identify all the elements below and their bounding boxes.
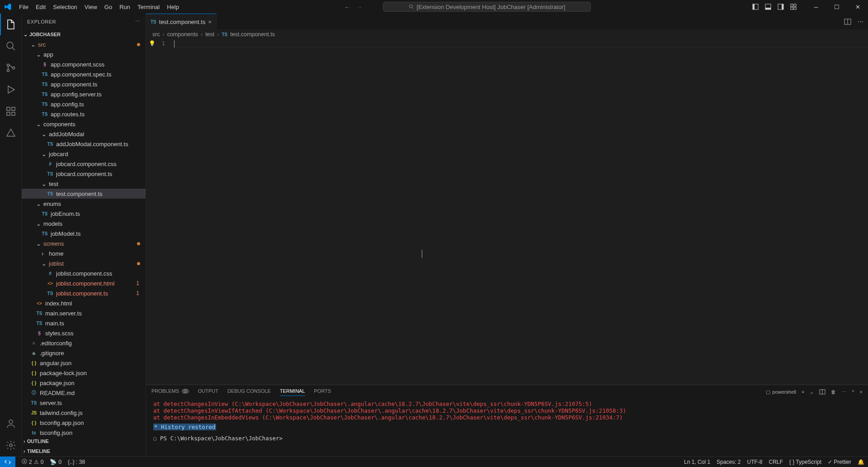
section-timeline[interactable]: ›TIMELINE [22,446,146,456]
close-icon[interactable]: × [208,19,212,25]
tab-more-icon[interactable]: ⋯ [858,18,863,25]
tree-folder[interactable]: ⌄screens [22,238,146,248]
status-json[interactable]: {..} : 38 [68,459,85,465]
panel-tab-debug[interactable]: DEBUG CONSOLE [227,388,271,396]
panel-max-icon[interactable]: ^ [852,389,854,395]
editor-body[interactable]: 💡 1 [146,39,868,385]
lightbulb-icon[interactable]: 💡 [149,40,156,47]
panel-more-icon[interactable]: ⋯ [841,389,846,395]
close-button[interactable]: ✕ [847,0,868,14]
tree-file[interactable]: <>joblist.component.html1 [22,278,146,288]
status-prettier[interactable]: ✓ Prettier [828,459,851,465]
tree-file[interactable]: ◈.gitignore [22,348,146,358]
tree-file[interactable]: TSmain.server.ts [22,308,146,318]
panel-close-icon[interactable]: × [860,389,863,395]
status-spaces[interactable]: Spaces: 2 [717,459,741,465]
tree-folder[interactable]: ›home [22,248,146,258]
split-terminal-icon[interactable] [819,389,826,395]
panel-tab-output[interactable]: OUTPUT [198,388,218,396]
terminal-profile[interactable]: ▢ powershell [766,389,796,395]
activity-scm-icon[interactable] [0,57,22,79]
tree-file[interactable]: TSjoblist.component.ts1 [22,288,146,298]
terminal-output[interactable]: at detectChangesInView (C:\Workspace\Job… [146,399,868,456]
layout-panel-left-icon[interactable] [752,4,759,10]
tree-folder[interactable]: ⌄test [22,179,146,189]
tree-file[interactable]: §styles.scss [22,328,146,338]
tree-file[interactable]: ⓘREADME.md [22,388,146,398]
menu-terminal[interactable]: Terminal [134,0,163,14]
tree-folder[interactable]: ⌄jobcard [22,149,146,159]
tree-file[interactable]: §app.component.scss [22,59,146,69]
breadcrumb-item[interactable]: components [167,31,198,38]
menu-file[interactable]: File [15,0,32,14]
activity-account-icon[interactable] [0,413,22,434]
tree-file[interactable]: TSapp.config.server.ts [22,89,146,99]
panel-tab-terminal[interactable]: TERMINAL [280,388,305,396]
tree-file[interactable]: #joblist.component.css [22,268,146,278]
section-outline[interactable]: ›OUTLINE [22,436,146,446]
status-bell-icon[interactable]: 🔔 [858,459,864,465]
status-encoding[interactable]: UTF-8 [747,459,762,465]
tree-file[interactable]: TSjobModel.ts [22,229,146,238]
status-lang[interactable]: { } TypeScript [789,459,821,465]
activity-extensions-icon[interactable] [0,100,22,122]
maximize-button[interactable]: ☐ [826,0,847,14]
activity-settings-icon[interactable] [0,434,22,456]
tree-file[interactable]: #jobcard.component.css [22,159,146,169]
menu-view[interactable]: View [81,0,101,14]
tree-folder[interactable]: ⌄enums [22,199,146,209]
command-center-search[interactable]: [Extension Development Host] JobChaser [… [383,2,591,12]
minimize-button[interactable]: ─ [806,0,826,14]
menu-selection[interactable]: Selection [49,0,80,14]
menu-go[interactable]: Go [101,0,116,14]
tree-file[interactable]: TSjobcard.component.ts [22,169,146,179]
tree-file[interactable]: { }package.json [22,378,146,388]
activity-run-icon[interactable] [0,79,22,100]
tree-file[interactable]: ≡.editorconfig [22,338,146,348]
tree-file[interactable]: TSapp.component.ts [22,79,146,89]
activity-custom-icon[interactable] [0,122,22,144]
activity-explorer-icon[interactable] [0,14,22,35]
sidebar-more-icon[interactable]: ⋯ [135,19,141,24]
tree-file[interactable]: JStailwind.config.js [22,408,146,418]
kill-terminal-icon[interactable]: 🗑 [831,389,836,395]
nav-back-icon[interactable]: ← [344,4,350,10]
breadcrumbs[interactable]: src›components›test›TStest.component.ts [146,29,868,39]
terminal-dropdown-icon[interactable]: ⌄ [810,389,814,395]
tree-folder[interactable]: ⌄joblist [22,258,146,268]
tree-file[interactable]: <>index.html [22,298,146,308]
panel-tab-problems[interactable]: PROBLEMS2 [151,388,189,396]
tree-file[interactable]: { }package-lock.json [22,368,146,378]
breadcrumb-item[interactable]: src [152,31,160,38]
tree-file[interactable]: TSapp.routes.ts [22,109,146,119]
tree-file[interactable]: TStest.component.ts [22,189,146,199]
menu-run[interactable]: Run [116,0,134,14]
status-errors[interactable]: ⓧ 2 ⚠ 0 [22,458,43,466]
split-editor-icon[interactable] [844,18,851,25]
panel-tab-ports[interactable]: PORTS [314,388,331,396]
status-ports[interactable]: 📡 0 [50,459,61,465]
tree-file[interactable]: TSapp.component.spec.ts [22,69,146,79]
remote-indicator[interactable] [0,457,15,467]
new-terminal-icon[interactable]: + [802,389,804,395]
menu-edit[interactable]: Edit [32,0,49,14]
layout-panel-right-icon[interactable] [778,4,784,10]
tree-file[interactable]: TSaddJobModal.component.ts [22,139,146,149]
tree-folder[interactable]: ⌄app [22,49,146,59]
tree-folder[interactable]: ⌄src [22,39,146,49]
menu-help[interactable]: Help [163,0,183,14]
activity-search-icon[interactable] [0,35,22,57]
tree-folder[interactable]: ⌄components [22,119,146,129]
tree-folder[interactable]: ⌄models [22,219,146,229]
tab-test-component[interactable]: TS test.component.ts × [146,14,217,29]
tree-file[interactable]: { }tsconfig.app.json [22,418,146,428]
breadcrumb-item[interactable]: test [205,31,214,38]
nav-fwd-icon[interactable]: → [356,4,362,10]
tree-file[interactable]: TSapp.config.ts [22,99,146,109]
tree-file[interactable]: { }angular.json [22,358,146,368]
status-cursor-pos[interactable]: Ln 1, Col 1 [684,459,710,465]
status-eol[interactable]: CRLF [769,459,783,465]
tree-file[interactable]: TSmain.ts [22,318,146,328]
section-project[interactable]: ⌄ JOBCHASER [22,29,146,39]
tree-file[interactable]: tstsconfig.json [22,428,146,436]
